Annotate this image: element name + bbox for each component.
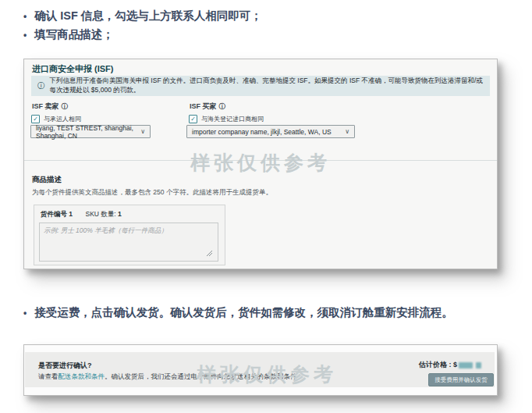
sku-count-value: 1 xyxy=(118,210,122,218)
tutorial-page: • 确认 ISF 信息，勾选与上方联系人相同即可； • 填写商品描述； 进口商安… xyxy=(0,0,532,413)
buyer-same-as-importer-checkbox[interactable]: ✓ xyxy=(189,115,197,123)
instruction-text: 填写商品描述； xyxy=(34,27,114,41)
sku-count-label: SKU 数量: xyxy=(85,210,115,218)
confirm-question: 是否要进行确认? xyxy=(38,361,92,371)
estimated-price-label: 估计价格 : $ xyxy=(419,360,457,370)
isf-buyer-label: ISF 买家ⓘ xyxy=(190,101,225,112)
sample-watermark: 样张仅供参考 xyxy=(190,150,331,176)
isf-buyer-label-text: ISF 买家 xyxy=(190,102,217,110)
instruction-text: 确认 ISF 信息，勾选与上方联系人相同即可； xyxy=(34,9,262,23)
isf-info-banner: ⓘ 下列信息用于准备向美国海关申报 ISF 的文件。进口商负责及时、准确、完整地… xyxy=(31,76,490,96)
product-description-title: 商品描述 xyxy=(32,175,62,185)
info-icon: ⓘ xyxy=(62,102,69,110)
isf-seller-label-text: ISF 卖家 xyxy=(32,102,59,110)
note-prefix: 请查看 xyxy=(38,372,59,380)
buyer-checkbox-label: 与海关登记进口商相同 xyxy=(201,115,264,123)
instruction-bullet-3: • 接受运费，点击确认发货。确认发货后，货件如需修改，须取消订舱重新安排流程。 xyxy=(23,305,453,320)
shipment-number-label: 货件编号 1 xyxy=(41,210,73,218)
info-icon: ⓘ xyxy=(219,102,226,110)
isf-form-screenshot: 进口商安全申报 (ISF) ⓘ 下列信息用于准备向美国海关申报 ISF 的文件。… xyxy=(23,59,498,269)
shipping-terms-link[interactable]: 配送条款和条件 xyxy=(59,372,105,380)
instruction-text: 接受运费，点击确认发货。确认发货后，货件如需修改，须取消订舱重新安排流程。 xyxy=(34,305,453,319)
redacted-price-value xyxy=(476,362,481,368)
instruction-bullet-1: • 确认 ISF 信息，勾选与上方联系人相同即可； xyxy=(23,9,262,23)
resize-grip-icon[interactable] xyxy=(207,251,212,256)
product-description-subtitle: 为每个货件提供英文商品描述，最多包含 250 个字符。此描述将用于生成提货单。 xyxy=(32,188,272,198)
isf-seller-label: ISF 卖家ⓘ xyxy=(32,101,68,112)
confirm-shipment-screenshot: 是否要进行确认? 请查看配送条款和条件。确认发货后，我们还会通过电子邮件向您发送… xyxy=(23,344,498,396)
isf-seller-select[interactable]: liyang, TEST STREST, shanghai, Shanghai,… xyxy=(30,125,151,138)
shipment-card-header: 货件编号 1 SKU 数量: 1 xyxy=(41,210,122,219)
chevron-down-icon: ∨ xyxy=(140,128,145,135)
product-description-textarea[interactable] xyxy=(39,223,218,262)
bullet-dot-icon: • xyxy=(23,28,27,42)
instruction-bullet-2: • 填写商品描述； xyxy=(23,27,114,42)
sample-watermark: 样张仅供参考 xyxy=(197,361,337,387)
isf-buyer-select[interactable]: importer companay name, jlkjl, Seattle, … xyxy=(186,125,355,138)
seller-same-as-carrier-row: ✓ 与承运人相同 xyxy=(31,115,81,123)
isf-info-text: 下列信息用于准备向美国海关申报 ISF 的文件。进口商负责及时、准确、完整地提交… xyxy=(50,77,484,95)
seller-same-as-carrier-checkbox[interactable]: ✓ xyxy=(31,115,40,123)
bullet-dot-icon: • xyxy=(23,306,27,320)
seller-checkbox-label: 与承运人相同 xyxy=(44,115,81,123)
bullet-dot-icon: • xyxy=(23,9,27,23)
isf-section-title: 进口商安全申报 (ISF) xyxy=(32,63,114,75)
estimated-price: 估计价格 : $ xyxy=(419,360,481,370)
shipment-description-card: 货件编号 1 SKU 数量: 1 xyxy=(34,205,225,265)
isf-buyer-selected-value: importer companay name, jlkjl, Seattle, … xyxy=(192,128,332,136)
isf-seller-selected-value: liyang, TEST STREST, shanghai, Shanghai,… xyxy=(36,124,136,140)
info-icon: ⓘ xyxy=(37,81,45,91)
confirm-panel: 是否要进行确认? 请查看配送条款和条件。确认发货后，我们还会通过电子邮件向您发送… xyxy=(25,352,495,387)
buyer-same-as-importer-row: ✓ 与海关登记进口商相同 xyxy=(189,115,264,123)
redacted-price-value xyxy=(459,362,473,368)
accept-charges-confirm-button[interactable]: 接受费用并确认发货 xyxy=(428,373,494,386)
chevron-down-icon: ∨ xyxy=(345,128,349,135)
